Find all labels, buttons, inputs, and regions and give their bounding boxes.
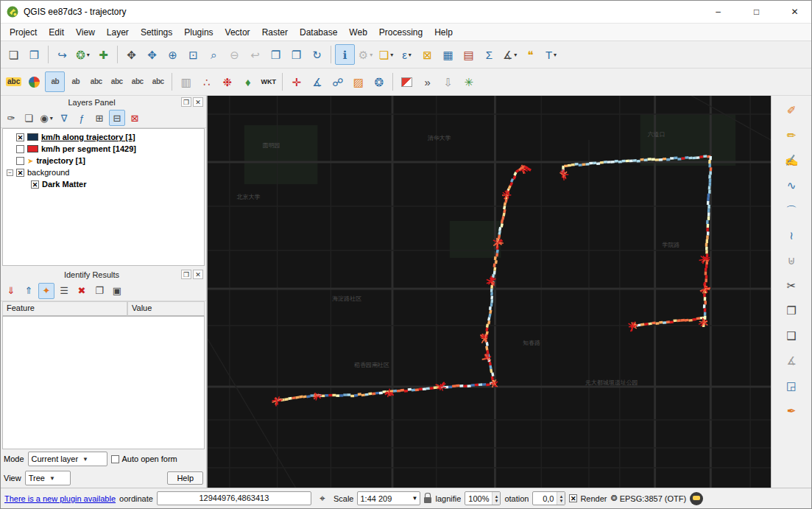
save-layer-edits-button[interactable]: ✍ <box>782 150 802 169</box>
auto-expand-results-button[interactable]: ✦ <box>38 283 54 299</box>
maximize-button[interactable]: □ <box>740 1 773 23</box>
mouse-position-icon[interactable]: ⌖ <box>315 491 330 506</box>
zoom-full-button[interactable]: ⊡ <box>183 44 203 65</box>
layer-row-3[interactable]: −✕background <box>3 166 204 178</box>
new-project-button[interactable]: ❏ <box>4 44 24 65</box>
labeling-options-button[interactable]: abc <box>4 71 24 92</box>
coordinate-capture-button[interactable]: ✛ <box>286 71 306 92</box>
layer-label[interactable]: background <box>27 168 70 177</box>
map-tips-button[interactable]: ❝ <box>520 44 540 65</box>
messages-icon[interactable] <box>690 492 703 505</box>
column-header-feature[interactable]: Feature <box>2 301 127 316</box>
feature-action-button[interactable]: ⚙▾ <box>356 44 375 65</box>
scale-lock-icon[interactable] <box>424 497 431 503</box>
minimize-button[interactable]: – <box>702 1 735 23</box>
menu-settings[interactable]: Settings <box>135 25 178 40</box>
paste-features-button[interactable]: ❑ <box>782 326 802 345</box>
vector-dots-button[interactable]: ∴ <box>197 71 216 92</box>
scale-combobox[interactable]: 1:44 209 ▼ <box>357 491 420 505</box>
auto-open-form-option[interactable]: Auto open form <box>111 454 177 463</box>
pan-to-selection-button[interactable]: ✥ <box>142 44 162 65</box>
spinner-arrows-icon[interactable]: ▲▼ <box>557 492 565 505</box>
menu-processing[interactable]: Processing <box>373 25 428 40</box>
dropdown-arrow-icon[interactable]: ▾ <box>370 52 373 58</box>
label-rotate-button[interactable]: abc <box>107 71 127 92</box>
vertex-tool-button[interactable]: ⌒ <box>782 200 802 220</box>
coordinate-input[interactable]: 12944976,4863413 <box>157 491 311 505</box>
label-change-button[interactable]: abc <box>86 71 106 92</box>
auto-open-form-checkbox[interactable] <box>111 455 119 463</box>
identify-features-button[interactable]: ℹ <box>335 44 355 65</box>
add-feature-button[interactable]: ∿ <box>782 175 802 194</box>
dropdown-arrow-icon[interactable]: ▾ <box>409 52 412 58</box>
magnifier-spinbox[interactable]: 100% ▲▼ <box>465 491 501 505</box>
zoom-out-button[interactable]: ⊖ <box>225 44 244 65</box>
help-button[interactable]: Help <box>167 471 203 485</box>
results-list-button[interactable]: ☰ <box>56 283 72 299</box>
expand-all-button[interactable]: ⊞ <box>91 110 107 126</box>
spinner-arrows-icon[interactable]: ▲▼ <box>492 492 500 505</box>
annotation-highlighter-button[interactable]: ✐ <box>782 100 802 119</box>
open-recent-button[interactable]: ↪ <box>52 44 72 65</box>
column-header-value[interactable]: Value <box>127 301 205 316</box>
copy-feature-button[interactable]: ❐ <box>91 283 107 299</box>
layer-statistics-button[interactable]: ▤ <box>459 44 479 65</box>
new-plugin-link[interactable]: There is a new plugin available <box>4 494 116 503</box>
collapse-results-button[interactable]: ⇑ <box>21 283 37 299</box>
expand-results-button[interactable]: ⇓ <box>3 283 19 299</box>
close-button[interactable]: ✕ <box>778 1 811 23</box>
plugin-shield-button[interactable]: ♦ <box>238 71 258 92</box>
layer-row-2[interactable]: ➤trajectory [1] <box>3 155 204 166</box>
close-panel-button[interactable]: ✕ <box>193 97 203 107</box>
processing-plugin-button[interactable]: ✳ <box>459 71 479 92</box>
select-features-button[interactable]: ❏▾ <box>376 44 396 65</box>
menu-vector[interactable]: Vector <box>219 25 256 40</box>
layer-row-0[interactable]: ✕km/h along trajectory [1] <box>3 131 204 143</box>
render-option[interactable]: ✕ Render <box>569 494 607 503</box>
render-checkbox[interactable]: ✕ <box>569 494 577 502</box>
menu-plugins[interactable]: Plugins <box>178 25 219 40</box>
layer-visibility-checkbox[interactable] <box>16 157 24 165</box>
label-showhide-button[interactable]: abc <box>148 71 168 92</box>
node-network-button[interactable]: ☍ <box>328 71 347 92</box>
dropdown-arrow-icon[interactable]: ▾ <box>514 52 517 58</box>
dropdown-arrow-icon[interactable]: ▾ <box>390 52 393 58</box>
delete-selected-button[interactable]: ⊎ <box>782 250 802 270</box>
remove-layer-button[interactable]: ⊠ <box>127 110 143 126</box>
label-move-button[interactable]: ab <box>66 71 85 92</box>
zoom-last-button[interactable]: ↩ <box>245 44 265 65</box>
style-brush-button[interactable]: ✒ <box>782 401 802 420</box>
wkt-tool-button[interactable]: WKT <box>258 71 278 92</box>
crs-status-button[interactable]: ❂ EPSG:3857 (OTF) <box>610 494 686 503</box>
layer-visibility-checkbox[interactable]: ✕ <box>31 180 39 189</box>
raster-gradient-button[interactable]: ▨ <box>348 71 368 92</box>
select-by-expression-button[interactable]: ε▾ <box>397 44 417 65</box>
layer-label[interactable]: Dark Matter <box>42 180 87 189</box>
measure-square-button[interactable]: ◲ <box>782 376 802 395</box>
layer-visibility-checkbox[interactable]: ✕ <box>16 169 24 177</box>
toolbar-overflow-button[interactable]: » <box>417 71 437 92</box>
protractor-tool-button[interactable]: ∡ <box>307 71 327 92</box>
deselect-features-button[interactable]: ⊠ <box>417 44 437 65</box>
print-response-button[interactable]: ▣ <box>109 283 125 299</box>
split-features-button[interactable]: ≀ <box>782 225 802 245</box>
layer-row-1[interactable]: km/h per segment [1429] <box>3 143 204 155</box>
dropdown-arrow-icon[interactable]: ▾ <box>87 52 90 58</box>
add-layer-button[interactable]: ✚ <box>93 44 113 65</box>
download-arrow-button[interactable]: ⇩ <box>438 71 458 92</box>
color-ramp-flag-button[interactable] <box>397 71 417 92</box>
manage-visibility-button[interactable]: ◉▾ <box>38 110 54 126</box>
add-group-button[interactable]: ❏ <box>21 110 37 126</box>
rotation-spinbox[interactable]: 0,0 ▲▼ <box>532 491 565 505</box>
layer-label[interactable]: km/h along trajectory [1] <box>41 133 135 141</box>
text-annotation-button[interactable]: T▾ <box>541 44 561 65</box>
globe-search-button[interactable]: ❂ <box>369 71 389 92</box>
dropdown-arrow-icon[interactable]: ▾ <box>554 52 557 58</box>
styling-dock-button[interactable]: ✑ <box>3 110 19 126</box>
menu-view[interactable]: View <box>70 25 101 40</box>
plugin-bug-button[interactable]: ❉ <box>217 71 237 92</box>
save-project-button[interactable]: ❒ <box>24 44 44 65</box>
close-panel-button[interactable]: ✕ <box>193 270 203 279</box>
clear-results-button[interactable]: ✖ <box>74 283 90 299</box>
menu-layer[interactable]: Layer <box>101 25 135 40</box>
